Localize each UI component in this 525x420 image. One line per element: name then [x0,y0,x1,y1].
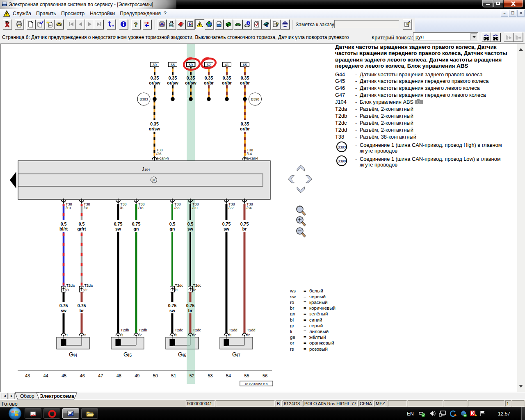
svg-text:49: 49 [135,373,139,378]
svg-text:0.35: 0.35 [205,75,213,80]
svg-text:or/sw: or/sw [167,80,178,85]
svg-text:0.35: 0.35 [241,121,249,126]
svg-text:55: 55 [244,373,249,378]
svg-text:44: 44 [43,373,48,378]
svg-text:/6: /6 [120,206,123,210]
svg-text:39: 39 [153,63,157,67]
svg-text:T2da: T2da [66,283,75,288]
svg-text:43: 43 [25,373,30,378]
svg-text:J: J [142,167,144,171]
svg-text:or/sw: or/sw [185,80,196,85]
svg-text:T2dd: T2dd [247,328,256,332]
svg-text:/33: /33 [174,206,180,210]
svg-text:T2dc: T2dc [175,283,184,288]
svg-text:53: 53 [208,373,212,378]
svg-text:or/sw: or/sw [149,126,160,131]
svg-text:T2db: T2db [121,328,129,332]
svg-text:41: 41 [225,63,229,67]
svg-text:0.75: 0.75 [240,221,249,226]
svg-text:0.75: 0.75 [186,303,195,308]
svg-text:/1: /1 [66,288,70,292]
svg-text:T2db: T2db [139,328,147,332]
svg-text:br: br [242,226,247,231]
svg-text:47: 47 [236,353,241,358]
svg-text:T2dc: T2dc [175,328,183,332]
svg-text:56: 56 [262,373,267,378]
svg-text:sw: sw [169,308,176,313]
svg-text:gn: gn [170,226,175,231]
svg-text:T2dc: T2dc [193,283,202,288]
svg-text:0.75: 0.75 [168,303,177,308]
svg-text:46: 46 [80,373,85,378]
svg-text:or/sw: or/sw [149,80,160,85]
svg-text:52: 52 [189,373,194,378]
svg-text:or/br: or/br [204,80,214,85]
svg-text:0.35: 0.35 [223,75,231,80]
svg-text:gn: gn [134,226,139,231]
svg-text:0.75: 0.75 [132,221,141,226]
svg-text:/34: /34 [247,206,252,210]
svg-text:50: 50 [153,373,158,378]
svg-text:0.35: 0.35 [169,75,177,80]
svg-text:0.75: 0.75 [59,303,68,308]
svg-text:0.75: 0.75 [114,221,123,226]
svg-text:/2: /2 [193,333,196,337]
svg-text:0.35: 0.35 [187,75,195,80]
svg-text:51: 51 [171,373,176,378]
svg-text:45: 45 [127,353,132,358]
svg-text:/2: /2 [247,333,250,337]
svg-text:44: 44 [73,353,78,358]
svg-text:0.5: 0.5 [79,221,85,226]
svg-text:/19: /19 [66,206,71,210]
svg-text:br: br [188,308,193,313]
svg-text:/1: /1 [175,333,178,337]
svg-text:1: 1 [66,333,68,337]
svg-text:0.5: 0.5 [61,221,67,226]
svg-text:gr/rt: gr/rt [78,226,87,231]
svg-text:48: 48 [116,373,121,378]
svg-text:B390: B390 [251,97,259,101]
svg-text:2: 2 [84,333,86,337]
svg-text:59: 59 [189,63,193,67]
svg-text:sw: sw [187,226,194,231]
svg-text:/26: /26 [156,152,162,156]
svg-text:/2: /2 [139,333,142,337]
svg-text:/20: /20 [192,206,198,210]
svg-text:T2dc: T2dc [193,328,201,332]
svg-text:/2: /2 [84,288,88,292]
svg-text:/1: /1 [229,333,232,337]
svg-text:612-018051110: 612-018051110 [245,382,268,386]
svg-text:or/br: or/br [240,126,250,131]
svg-text:65: 65 [243,63,247,67]
svg-text:sw: sw [61,308,67,313]
svg-text:T2dd: T2dd [229,328,237,332]
svg-text:0.5: 0.5 [187,221,194,226]
svg-text:62: 62 [207,63,211,67]
svg-text:45: 45 [62,373,66,378]
svg-text:/31: /31 [84,206,89,210]
svg-text:/14: /14 [247,152,252,156]
svg-text:K: K [471,411,475,416]
svg-text:47: 47 [98,373,103,378]
svg-text:0.35: 0.35 [150,121,159,126]
svg-text:or/br: or/br [240,80,250,85]
svg-text:sw: sw [224,226,230,231]
svg-text:a-can-l: a-can-l [247,156,258,160]
svg-text:54: 54 [226,373,231,378]
svg-text:a-can-h: a-can-h [156,156,169,160]
svg-text:/22: /22 [228,206,234,210]
svg-text:/1: /1 [121,333,124,337]
svg-text:68: 68 [171,63,175,67]
svg-text:0.35: 0.35 [241,75,249,80]
svg-text:46: 46 [182,353,187,358]
svg-text:0.75: 0.75 [78,303,86,308]
svg-text:/18: /18 [138,206,144,210]
svg-text:sw: sw [115,226,121,231]
svg-text:0.35: 0.35 [151,75,159,80]
svg-text:104: 104 [144,168,150,171]
svg-text:T2da: T2da [84,283,93,288]
svg-text:/1: /1 [175,288,178,292]
svg-text:bl/rt: bl/rt [59,226,68,231]
svg-text:or/br: or/br [222,80,232,85]
svg-text:/2: /2 [193,288,196,292]
